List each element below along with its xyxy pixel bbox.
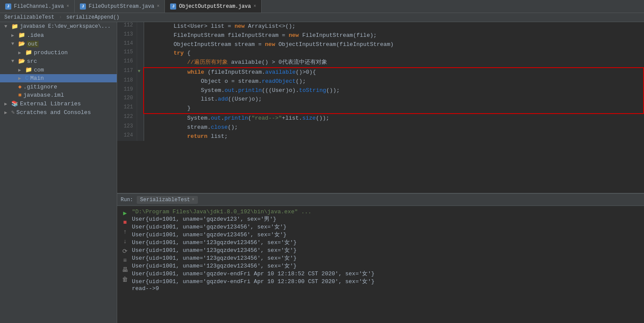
- git-icon: ◆: [18, 83, 22, 90]
- table-row: 113 FileInputStream fileInputStream = ne…: [117, 31, 644, 40]
- sidebar-item-gitignore[interactable]: ▶ ◆ .gitignore: [0, 82, 117, 91]
- lib-icon: 📚: [11, 100, 18, 107]
- expand-arrow: ▶: [18, 75, 23, 81]
- tab-close-objectoutputstream[interactable]: ×: [253, 4, 256, 9]
- sidebar-item-main[interactable]: ▶ C Main: [0, 74, 117, 82]
- run-down-icon[interactable]: ↓: [122, 238, 128, 245]
- expand-arrow: ▶: [4, 110, 10, 115]
- tab-fileoutputstream[interactable]: J FileOutputStream.java ×: [75, 0, 165, 13]
- table-row: 121 }: [117, 104, 644, 114]
- class-icon: C: [25, 75, 29, 82]
- table-row: 122 System.out.println("read-->"+list.si…: [117, 114, 644, 123]
- code-table: 112 List<User> list = new ArrayList<>();…: [117, 22, 644, 141]
- run-rerun-icon[interactable]: ⟳: [122, 248, 128, 254]
- expand-arrow: ▼: [4, 24, 10, 29]
- folder-icon: 📁: [11, 23, 18, 30]
- tab-close-fileoutputstream[interactable]: ×: [157, 4, 159, 9]
- run-trash-icon[interactable]: 🗑: [122, 276, 128, 283]
- tab-objectoutputstream[interactable]: J ObjectOutputStream.java ×: [165, 0, 262, 13]
- breadcrumb: SerializableTest › serializeAppend(): [0, 13, 644, 22]
- sidebar-item-scratches[interactable]: ▶ ✎ Scratches and Consoles: [0, 108, 117, 117]
- run-play-icon[interactable]: ▶: [122, 209, 128, 216]
- run-align-icon[interactable]: ≡: [122, 257, 128, 264]
- run-up-icon[interactable]: ↑: [122, 228, 128, 235]
- run-print-icon[interactable]: 🖶: [122, 267, 128, 274]
- expand-arrow: ▶: [4, 101, 10, 107]
- tab-close-filechannel[interactable]: ×: [66, 4, 69, 9]
- sidebar: ▼ 📁 javabase E:\dev_workspace\... ▶ 📁 .i…: [0, 22, 117, 323]
- run-tab-serializabletest[interactable]: SerializableTest ×: [137, 196, 198, 204]
- expand-arrow: ▶: [18, 67, 23, 73]
- sidebar-item-src[interactable]: ▼ 📂 src: [0, 57, 117, 65]
- java-icon: J: [80, 3, 86, 10]
- iml-icon: ■: [18, 92, 22, 98]
- tab-bar: J FileChannel.java × J FileOutputStream.…: [0, 0, 644, 13]
- table-row: 112 List<User> list = new ArrayList<>();: [117, 22, 644, 31]
- table-row: 118 Object o = stream.readObject();: [117, 77, 644, 86]
- scratch-icon: ✎: [11, 109, 15, 116]
- expand-arrow: ▼: [11, 59, 16, 64]
- expand-arrow: ▶: [11, 33, 16, 38]
- sidebar-item-idea[interactable]: ▶ 📁 .idea: [0, 31, 117, 39]
- run-sidebar-icons: ▶ ■ ↑ ↓ ⟳ ≡ 🖶 🗑: [122, 209, 128, 320]
- run-label: Run:: [121, 197, 133, 203]
- table-row: 117 ▼ while (fileInputStream.available()…: [117, 68, 644, 77]
- sidebar-item-production[interactable]: ▶ 📁 production: [0, 48, 117, 57]
- expand-arrow: ▶: [18, 50, 23, 55]
- table-row: 115 try {: [117, 49, 644, 58]
- folder-icon: 📁: [18, 32, 25, 39]
- run-panel: Run: SerializableTest × ▶ ■ ↑ ↓ ⟳ ≡ 🖶 🗑: [117, 193, 644, 323]
- table-row: 124 return list;: [117, 132, 644, 141]
- sidebar-item-javabase[interactable]: ▼ 📁 javabase E:\dev_workspace\...: [0, 22, 117, 31]
- table-row: 116 //遍历所有对象 available() > 0代表流中还有对象: [117, 58, 644, 68]
- tab-close-run[interactable]: ×: [192, 197, 194, 202]
- code-area: 112 List<User> list = new ArrayList<>();…: [117, 22, 644, 323]
- code-editor[interactable]: 112 List<User> list = new ArrayList<>();…: [117, 22, 644, 193]
- run-content: ▶ ■ ↑ ↓ ⟳ ≡ 🖶 🗑 "D:\Program Files\Java\j…: [117, 206, 644, 323]
- table-row: 119 System.out.println(((User)o).toStrin…: [117, 86, 644, 95]
- sidebar-item-iml[interactable]: ▶ ■ javabase.iml: [0, 91, 117, 99]
- tab-filechannel[interactable]: J FileChannel.java ×: [0, 0, 75, 13]
- run-tab-bar: Run: SerializableTest ×: [117, 194, 644, 206]
- sidebar-item-com[interactable]: ▶ 📁 com: [0, 65, 117, 74]
- table-row: 120 list.add((User)o);: [117, 95, 644, 104]
- java-icon: J: [5, 3, 11, 10]
- main-area: ▼ 📁 javabase E:\dev_workspace\... ▶ 📁 .i…: [0, 22, 644, 323]
- run-output: "D:\Program Files\Java\jdk1.8.0_192\bin\…: [132, 209, 640, 320]
- table-row: 114 ObjectInputStream stream = new Objec…: [117, 40, 644, 49]
- java-icon: J: [170, 3, 176, 10]
- sidebar-item-ext-libs[interactable]: ▶ 📚 External Libraries: [0, 99, 117, 108]
- expand-arrow: ▼: [11, 41, 16, 46]
- sidebar-item-out[interactable]: ▼ 📂 out: [0, 39, 117, 48]
- run-stop-icon[interactable]: ■: [122, 219, 128, 226]
- table-row: 123 stream.close();: [117, 123, 644, 132]
